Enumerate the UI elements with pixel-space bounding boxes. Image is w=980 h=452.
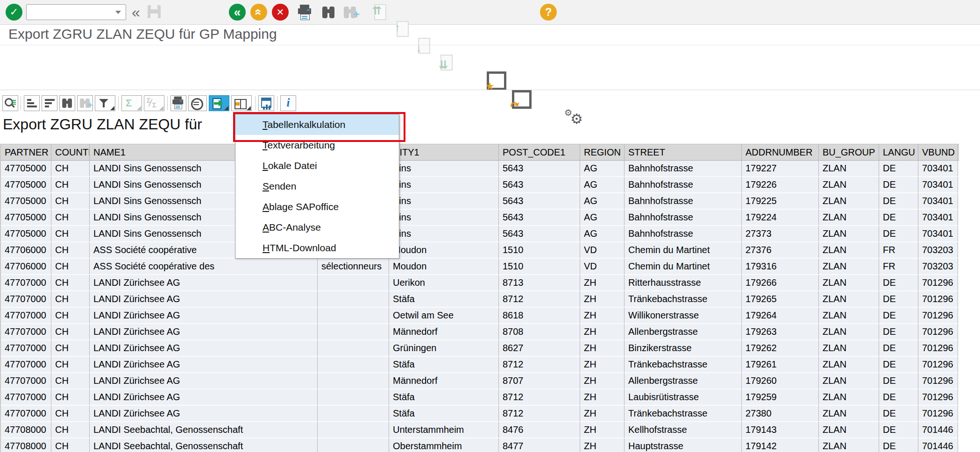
cell-langu[interactable]: DE: [879, 161, 918, 177]
cell-bu_group[interactable]: ZLAN: [819, 226, 879, 242]
cell-region[interactable]: ZH: [580, 373, 625, 389]
cell-langu[interactable]: DE: [879, 406, 918, 422]
cell-region[interactable]: ZH: [580, 308, 625, 324]
cell-name1[interactable]: LANDI Zürichsee AG: [90, 275, 318, 291]
cell-city1[interactable]: Unterstammheim: [389, 422, 499, 438]
cell-post_code1[interactable]: 8476: [499, 422, 580, 438]
sort-descending-button[interactable]: [42, 95, 57, 111]
last-page-button[interactable]: ⇊: [439, 54, 453, 71]
table-row[interactable]: 47705000CHLANDI Sins GenossenschSins5643…: [1, 226, 959, 242]
cell-partner[interactable]: 47707000: [1, 340, 51, 357]
table-row[interactable]: 47707000CHLANDI Zürichsee AGStäfa8712ZHT…: [1, 357, 959, 373]
cell-bu_group[interactable]: ZLAN: [819, 259, 879, 275]
cell-name2[interactable]: [318, 438, 389, 452]
command-field[interactable]: [26, 4, 126, 20]
cell-langu[interactable]: DE: [879, 357, 918, 373]
cell-street[interactable]: Bahnhofstrasse: [625, 177, 742, 193]
cell-bu_group[interactable]: ZLAN: [819, 275, 879, 291]
cell-langu[interactable]: DE: [879, 422, 918, 438]
cell-name2[interactable]: [318, 406, 389, 422]
cell-post_code1[interactable]: 8618: [499, 308, 580, 324]
column-header-city1[interactable]: CITY1: [389, 144, 499, 160]
cell-partner[interactable]: 47707000: [1, 291, 51, 308]
cell-post_code1[interactable]: 1510: [499, 259, 580, 275]
column-header-partner[interactable]: PARTNER: [1, 144, 51, 160]
cell-region[interactable]: AG: [580, 226, 625, 242]
cell-name1[interactable]: LANDI Zürichsee AG: [90, 389, 318, 406]
export-button[interactable]: [209, 95, 229, 111]
cell-addrnumber[interactable]: 179316: [742, 259, 819, 275]
cell-street[interactable]: Kellhofstrasse: [625, 422, 742, 438]
cell-name1[interactable]: LANDI Seebachtal, Genossenschaft: [90, 422, 318, 438]
cell-bu_group[interactable]: ZLAN: [819, 193, 879, 210]
customize-button[interactable]: ⚙ ⚙: [564, 107, 583, 125]
table-row[interactable]: 47706000CHASS Société coopérative dessél…: [1, 259, 959, 275]
cell-post_code1[interactable]: 8712: [499, 389, 580, 406]
cell-langu[interactable]: FR: [879, 242, 918, 259]
cell-addrnumber[interactable]: 27380: [742, 406, 819, 422]
cell-street[interactable]: Chemin du Martinet: [625, 242, 742, 259]
cell-street[interactable]: Allenbergstrasse: [625, 324, 742, 340]
find-next-button[interactable]: +: [342, 4, 358, 20]
cell-vbund[interactable]: 703401: [918, 210, 958, 226]
cell-post_code1[interactable]: 8627: [499, 340, 580, 357]
cell-langu[interactable]: FR: [879, 259, 918, 275]
cell-addrnumber[interactable]: 27373: [742, 226, 819, 242]
cell-street[interactable]: Ritterhausstrasse: [625, 275, 742, 291]
cell-post_code1[interactable]: 1510: [499, 242, 580, 259]
cell-name1[interactable]: LANDI Zürichsee AG: [90, 406, 318, 422]
cell-region[interactable]: ZH: [580, 340, 625, 357]
cell-street[interactable]: Binzikerstrasse: [625, 340, 742, 357]
cell-country[interactable]: CH: [51, 177, 90, 193]
cell-name2[interactable]: [318, 422, 389, 438]
cell-addrnumber[interactable]: 179262: [742, 340, 819, 357]
cell-region[interactable]: ZH: [580, 406, 625, 422]
column-header-post_code1[interactable]: POST_CODE1: [499, 144, 580, 160]
cell-bu_group[interactable]: ZLAN: [819, 210, 879, 226]
cell-bu_group[interactable]: ZLAN: [819, 438, 879, 452]
cell-langu[interactable]: DE: [879, 275, 918, 291]
print-button[interactable]: [296, 4, 313, 21]
cell-country[interactable]: CH: [51, 226, 90, 242]
cell-name2[interactable]: [318, 291, 389, 308]
table-row[interactable]: 47707000CHLANDI Zürichsee AGStäfa8712ZHL…: [1, 389, 959, 406]
table-row[interactable]: 47705000CHLANDI Sins GenossenschSins5643…: [1, 177, 959, 193]
cell-name1[interactable]: LANDI Zürichsee AG: [90, 308, 318, 324]
cell-post_code1[interactable]: 8708: [499, 324, 580, 340]
cell-partner[interactable]: 47707000: [1, 324, 51, 340]
cell-region[interactable]: ZH: [580, 389, 625, 406]
cell-addrnumber[interactable]: 179266: [742, 275, 819, 291]
cell-vbund[interactable]: 703203: [918, 259, 958, 275]
cell-street[interactable]: Laubisrütistrasse: [625, 389, 742, 406]
cell-partner[interactable]: 47705000: [1, 210, 51, 226]
find-button[interactable]: [320, 4, 336, 20]
cell-post_code1[interactable]: 5643: [499, 161, 580, 177]
cell-name1[interactable]: LANDI Zürichsee AG: [90, 324, 318, 340]
command-input[interactable]: [28, 6, 112, 18]
cell-langu[interactable]: DE: [879, 226, 918, 242]
cell-street[interactable]: Tränkebachstrasse: [625, 357, 742, 373]
cell-post_code1[interactable]: 8712: [499, 291, 580, 308]
menu-item-lokale-datei[interactable]: Lokale Datei: [235, 155, 399, 176]
cell-partner[interactable]: 47705000: [1, 226, 51, 242]
cell-bu_group[interactable]: ZLAN: [819, 161, 879, 177]
cell-partner[interactable]: 47707000: [1, 389, 51, 406]
cell-bu_group[interactable]: ZLAN: [819, 406, 879, 422]
column-header-region[interactable]: REGION: [580, 144, 625, 160]
sum-button[interactable]: Σ: [121, 95, 142, 111]
cell-vbund[interactable]: 701296: [918, 340, 958, 357]
first-page-button[interactable]: ⇈: [373, 3, 387, 20]
cell-partner[interactable]: 47707000: [1, 308, 51, 324]
cell-name2[interactable]: [318, 389, 389, 406]
cell-region[interactable]: AG: [580, 193, 625, 210]
cell-bu_group[interactable]: ZLAN: [819, 308, 879, 324]
cell-city1[interactable]: Grüningen: [389, 340, 499, 357]
cell-region[interactable]: AG: [580, 161, 625, 177]
cell-country[interactable]: CH: [51, 389, 90, 406]
cell-bu_group[interactable]: ZLAN: [819, 291, 879, 308]
exit-button[interactable]: «: [250, 4, 267, 21]
column-header-bu_group[interactable]: BU_GROUP: [819, 144, 879, 160]
cell-city1[interactable]: Sins: [389, 177, 499, 193]
cell-addrnumber[interactable]: 179259: [742, 389, 819, 406]
cell-vbund[interactable]: 703401: [918, 193, 958, 210]
